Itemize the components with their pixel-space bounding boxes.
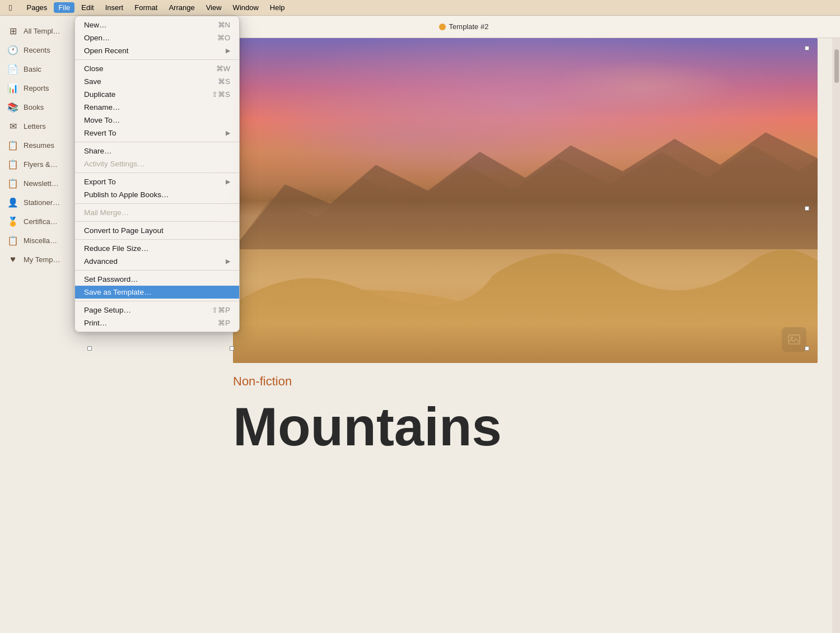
menu-separator-1 — [75, 59, 239, 60]
menu-bar:  Pages File Edit Insert Format Arrange … — [0, 0, 840, 16]
all-templates-icon: ⊞ — [7, 25, 19, 37]
flyers-icon: 📋 — [7, 158, 19, 170]
desert-image — [233, 38, 818, 363]
sidebar-item-label: Letters — [24, 122, 46, 131]
menu-item-label: Revert To — [84, 129, 116, 137]
menu-item-print[interactable]: Print… ⌘P — [75, 316, 239, 329]
my-templates-icon: ♥ — [7, 253, 19, 266]
menu-separator-2 — [75, 142, 239, 142]
menu-item-export-to[interactable]: Export To ▶ — [75, 175, 239, 188]
menu-shortcut: ⌘W — [216, 64, 230, 73]
document-title: Mountains — [233, 400, 818, 454]
menu-separator-6 — [75, 239, 239, 240]
menu-separator-8 — [75, 301, 239, 301]
sidebar-item-label: All Templ… — [24, 27, 60, 35]
help-menu[interactable]: Help — [265, 2, 290, 13]
menu-item-label: Open… — [84, 34, 110, 42]
newsletters-icon: 📋 — [7, 177, 19, 189]
resumes-icon: 📋 — [7, 139, 19, 151]
stationery-icon: 👤 — [7, 196, 19, 208]
submenu-arrow: ▶ — [226, 258, 230, 265]
sidebar-item-label: Reports — [24, 84, 49, 92]
submenu-arrow: ▶ — [226, 47, 230, 54]
sidebar-item-label: My Temp… — [24, 255, 60, 264]
view-menu[interactable]: View — [202, 2, 226, 13]
menu-item-activity-settings: Activity Settings… — [75, 157, 239, 170]
selection-handle-bl[interactable] — [230, 346, 234, 351]
books-icon: 📚 — [7, 101, 19, 113]
recents-icon: 🕐 — [7, 44, 19, 56]
window-title: Template #2 — [439, 22, 489, 31]
menu-item-label: Share… — [84, 147, 112, 155]
menu-item-label: Duplicate — [84, 90, 115, 99]
menu-item-label: Mail Merge… — [84, 208, 129, 217]
menu-item-label: Publish to Apple Books… — [84, 190, 169, 199]
submenu-arrow: ▶ — [226, 129, 230, 137]
menu-item-open-recent[interactable]: Open Recent ▶ — [75, 44, 239, 57]
menu-separator-5 — [75, 221, 239, 222]
title-dot — [439, 24, 446, 30]
menu-item-open[interactable]: Open… ⌘O — [75, 31, 239, 44]
menu-item-label: Save — [84, 77, 101, 86]
sidebar-item-label: Certifica… — [24, 217, 58, 226]
menu-separator-7 — [75, 270, 239, 271]
menu-item-advanced[interactable]: Advanced ▶ — [75, 255, 239, 268]
menu-shortcut: ⌘S — [218, 77, 230, 86]
scrollbar-thumb[interactable] — [834, 49, 839, 83]
menu-item-label: Page Setup… — [84, 306, 131, 314]
menu-item-publish-apple[interactable]: Publish to Apple Books… — [75, 188, 239, 201]
menu-item-label: Move To… — [84, 116, 120, 124]
arrange-menu[interactable]: Arrange — [164, 2, 199, 13]
menu-item-duplicate[interactable]: Duplicate ⇧⌘S — [75, 88, 239, 101]
nonfiction-label: Non-fiction — [233, 374, 818, 389]
submenu-arrow: ▶ — [226, 178, 230, 185]
sidebar-item-label: Resumes — [24, 141, 54, 150]
menu-item-label: Set Password… — [84, 275, 138, 283]
menu-item-label: Export To — [84, 178, 116, 186]
menu-item-move-to[interactable]: Move To… — [75, 114, 239, 127]
pages-menu[interactable]: Pages — [22, 2, 52, 13]
mountain-silhouette — [233, 119, 818, 249]
window-title-text: Template #2 — [449, 22, 489, 31]
menu-item-label: Open Recent — [84, 46, 129, 55]
menu-item-page-setup[interactable]: Page Setup… ⇧⌘P — [75, 304, 239, 316]
edit-menu[interactable]: Edit — [77, 2, 98, 13]
menu-separator-4 — [75, 203, 239, 204]
file-menu[interactable]: File — [54, 2, 74, 13]
menu-item-convert[interactable]: Convert to Page Layout — [75, 224, 239, 237]
photo-icon — [787, 333, 801, 346]
basic-icon: 📄 — [7, 63, 19, 75]
menu-item-label: Advanced — [84, 257, 118, 266]
selection-handle-br[interactable] — [805, 346, 809, 351]
format-menu[interactable]: Format — [130, 2, 162, 13]
reports-icon: 📊 — [7, 82, 19, 94]
insert-menu[interactable]: Insert — [101, 2, 128, 13]
menu-item-label: New… — [84, 21, 107, 29]
sidebar-item-label: Newslett… — [24, 179, 59, 188]
sand-dunes — [233, 217, 818, 363]
scrollbar[interactable] — [832, 38, 840, 633]
window-menu[interactable]: Window — [228, 2, 263, 13]
menu-item-share[interactable]: Share… — [75, 145, 239, 157]
menu-item-label: Rename… — [84, 103, 120, 111]
selection-handle-tr[interactable] — [805, 46, 809, 50]
selection-handle-mr[interactable] — [805, 206, 809, 211]
menu-item-rename[interactable]: Rename… — [75, 101, 239, 114]
photo-icon-overlay[interactable] — [782, 327, 806, 352]
svg-point-2 — [233, 290, 525, 364]
apple-menu[interactable]:  — [4, 2, 16, 13]
menu-item-close[interactable]: Close ⌘W — [75, 62, 239, 75]
sidebar-item-label: Flyers &… — [24, 160, 58, 169]
menu-item-label: Save as Template… — [84, 288, 152, 296]
sidebar-item-label: Recents — [24, 46, 50, 54]
menu-item-set-password[interactable]: Set Password… — [75, 273, 239, 286]
menu-shortcut: ⌘N — [218, 21, 230, 29]
menu-item-save[interactable]: Save ⌘S — [75, 75, 239, 88]
menu-item-save-as-template[interactable]: Save as Template… — [75, 286, 239, 299]
selection-handle-bc[interactable] — [87, 346, 92, 351]
menu-item-reduce[interactable]: Reduce File Size… — [75, 242, 239, 255]
menu-item-new[interactable]: New… ⌘N — [75, 18, 239, 31]
menu-item-revert-to[interactable]: Revert To ▶ — [75, 127, 239, 139]
menu-shortcut: ⌘P — [218, 319, 230, 327]
sidebar-item-label: Books — [24, 103, 44, 111]
